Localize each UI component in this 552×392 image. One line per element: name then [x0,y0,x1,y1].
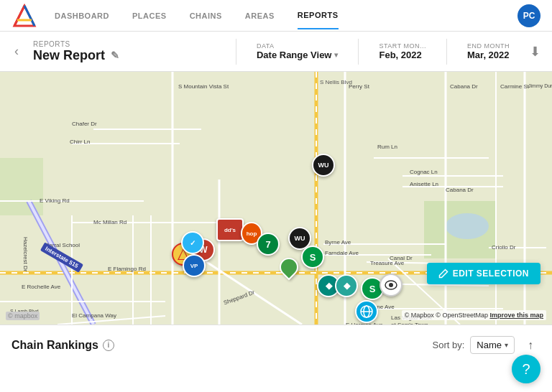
pin-eye[interactable] [380,274,402,297]
pin-wu-top[interactable]: WU [312,154,335,177]
road-label-chafer: Chafer Dr [72,121,97,127]
pin-blue[interactable]: ✓ [181,231,204,254]
pin-green-loc[interactable] [280,258,298,276]
pin-7eleven[interactable]: 7 [257,233,280,256]
divider-1 [236,39,236,65]
sort-by-label: Sort by: [433,340,465,350]
nav-areas[interactable]: AREAS [245,3,275,29]
road-label-mcmillan: Mc Millan Rd [93,219,126,225]
sort-value-text: Name [477,340,502,350]
road-label-flamingo: E Flamingo Rd [108,266,146,272]
end-value-text: Mar, 2022 [467,50,510,60]
data-chevron-icon: ▾ [334,51,338,59]
road-label-hazelcrest: Hazelcrest Dr [22,237,29,271]
road-label-cabana: Cabana Dr [450,83,478,90]
mapbox-logo: © mapbox [6,312,40,320]
report-title-text: New Report [33,48,105,63]
pin-subway1[interactable]: S [301,246,324,269]
sort-section: Sort by: Name ▾ ↑ [433,335,540,355]
app-logo[interactable] [12,3,37,29]
map-attribution: © Mapbox © OpenStreetMap Improve this ma… [402,310,546,320]
top-nav: DASHBOARD PLACES CHAINS AREAS REPORTS PC [0,0,552,32]
road-label-campana: El Campana Way [72,312,116,319]
user-avatar[interactable]: PC [518,4,540,27]
chain-rankings-info-icon[interactable]: i [103,340,114,351]
sort-chevron-icon: ▾ [505,341,508,349]
nav-reports[interactable]: REPORTS [298,2,339,29]
start-month-section: START MON... Feb, 2022 [370,42,435,60]
road-label-carmine: Carmine St [500,83,529,90]
map-roads-svg [0,72,552,325]
svg-rect-7 [0,158,43,215]
improve-map-link[interactable]: Improve this map [489,312,543,319]
toolbar: ‹ REPORTS New Report ✎ DATA Date Range V… [0,32,552,72]
start-month-value[interactable]: Feb, 2022 [379,50,426,60]
road-label-cognac: Cognac Ln [410,169,438,175]
road-label-criollo: Criollo Dr [492,244,515,251]
svg-marker-1 [14,9,34,26]
sort-order-button[interactable]: ↑ [520,335,540,355]
nav-dashboard[interactable]: DASHBOARD [55,3,109,29]
nav-items: DASHBOARD PLACES CHAINS AREAS REPORTS [55,2,518,29]
road-label-byrne: Byrne Ave [325,239,351,246]
end-month-label: END MONTH [467,42,510,50]
start-value-text: Feb, 2022 [379,50,421,60]
end-month-section: END MONTH Mar, 2022 [459,42,518,60]
divider-3 [446,39,447,65]
road-label-rochelle: E Rochelle Ave [22,284,60,290]
back-button[interactable]: ‹ [12,41,22,62]
report-section-label: REPORTS [33,40,224,48]
report-meta: REPORTS New Report ✎ [33,40,224,63]
download-button[interactable]: ⬇ [530,44,540,60]
svg-marker-0 [14,6,34,26]
sort-dropdown[interactable]: Name ▾ [470,336,515,354]
data-section: DATA Date Range View ▾ [248,42,347,60]
svg-point-46 [389,283,393,287]
edit-selection-label: EDIT SELECTION [453,269,529,279]
data-label: DATA [257,42,339,50]
road-label-nellis: S Nellis Blvd [320,79,352,85]
road-label-farndale: Farndale Ave [325,250,359,256]
edit-title-icon[interactable]: ✎ [111,50,119,61]
end-month-value[interactable]: Mar, 2022 [467,50,510,60]
road-label-cabana2: Cabana Dr [446,187,474,193]
svg-line-2 [14,6,24,26]
svg-point-8 [446,213,489,239]
attribution-text: © Mapbox © OpenStreetMap [405,312,488,319]
svg-rect-5 [0,72,552,325]
help-fab-button[interactable]: ? [512,355,540,383]
chain-rankings-label-text: Chain Rankings [12,339,98,352]
data-dropdown[interactable]: Date Range View ▾ [257,50,339,60]
road-label-rum: Rum Ln [377,144,397,150]
road-label-chirr: Chirr Ln [70,139,90,145]
road-label-canal: Canal Dr [390,255,413,261]
svg-line-3 [24,6,34,26]
nav-chains[interactable]: CHAINS [190,3,222,29]
map-container[interactable]: S Nellis Blvd E Flamingo Rd E Viking Rd … [0,72,552,325]
road-label-anisette: Anisette Ln [410,181,438,187]
pin-dds[interactable]: dd's [216,218,244,241]
road-label-mvista: S Mountain Vista St [178,83,229,90]
road-label-viking: E Viking Rd [40,197,70,204]
chain-rankings-title: Chain Rankings i [12,339,114,352]
road-label-perry: Perry St [349,83,369,90]
edit-selection-button[interactable]: EDIT SELECTION [427,263,540,284]
bottom-bar: Chain Rankings i Sort by: Name ▾ ↑ [0,325,552,365]
pin-att[interactable] [355,300,378,323]
road-label-jimmy: Jimmy Durante Blvd [528,83,552,88]
report-title: New Report ✎ [33,48,224,63]
divider-2 [358,39,359,65]
pin-vp[interactable]: VP [183,254,206,277]
start-month-label: START MON... [379,42,426,50]
data-value-text: Date Range View [257,50,332,60]
pin-teal2[interactable]: ◆ [335,274,358,297]
nav-places[interactable]: PLACES [132,3,167,29]
